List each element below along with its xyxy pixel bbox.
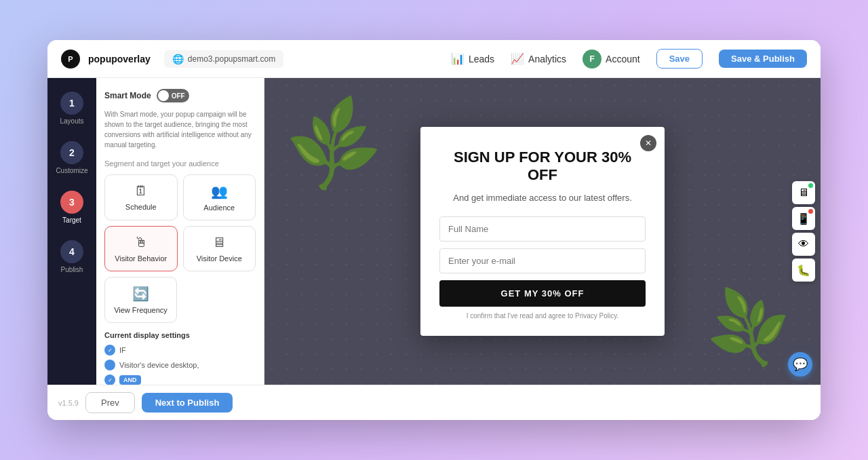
targeting-grid: 🗓 Schedule 👥 Audience 🖱 Visitor Behavior… <box>104 174 256 271</box>
bug-btn[interactable]: 🐛 <box>792 258 815 282</box>
current-settings-label: Current display settings <box>104 331 256 339</box>
toggle-state-text: OFF <box>172 92 185 100</box>
app-logo: P <box>61 50 80 69</box>
and-badge-text: AND <box>119 375 141 385</box>
right-toolbar: 🖥 📱 👁 🐛 <box>792 181 815 282</box>
device-text: Visitor's device desktop, <box>119 361 199 369</box>
smart-mode-row: Smart Mode OFF <box>104 89 256 102</box>
next-button[interactable]: Next to Publish <box>142 393 233 413</box>
nav-analytics[interactable]: 📈 Analytics <box>511 52 566 65</box>
schedule-card[interactable]: 🗓 Schedule <box>104 174 178 221</box>
desktop-active-dot <box>808 183 813 188</box>
chat-fab[interactable]: 💬 <box>788 352 812 377</box>
header: P popupoverlay 🌐 demo3.popupsmart.com 📊 … <box>47 40 821 78</box>
brand-name: popupoverlay <box>88 54 151 64</box>
popup-title: SIGN UP FOR YOUR 30% OFF <box>439 149 646 185</box>
top-nav: 📊 Leads 📈 Analytics F Account Save Save … <box>451 49 807 69</box>
popup-subtitle: And get immediate access to our latest o… <box>439 191 646 205</box>
visitor-device-label: Visitor Device <box>197 254 242 263</box>
view-frequency-icon: 🔄 <box>132 286 149 302</box>
popup-cta-button[interactable]: GET MY 30% OFF <box>439 280 646 307</box>
mobile-inactive-dot <box>808 209 813 214</box>
desktop-icon: 🖥 <box>798 187 809 199</box>
step-target[interactable]: 3 Target <box>60 191 83 224</box>
step-4-label: Publish <box>61 266 83 273</box>
smart-mode-label: Smart Mode <box>104 91 151 100</box>
step-3-circle: 3 <box>60 191 83 214</box>
condition-device-row: Visitor's device desktop, <box>104 360 256 370</box>
smart-mode-toggle[interactable]: OFF <box>157 89 189 102</box>
if-badge: ✓ <box>104 345 115 356</box>
view-frequency-label: View Frequency <box>114 306 167 314</box>
leads-icon: 📊 <box>451 52 465 65</box>
view-frequency-card[interactable]: 🔄 View Frequency <box>104 277 177 323</box>
step-3-label: Target <box>62 216 81 224</box>
chat-icon: 💬 <box>793 357 808 372</box>
visitor-device-icon: 🖥 <box>212 235 226 250</box>
preview-canvas: 🌿 🌿 ✕ SIGN UP FOR YOUR 30% OFF And get i… <box>264 78 821 385</box>
step-1-circle: 1 <box>60 92 83 115</box>
body: 1 Layouts 2 Customize 3 Target 4 Publish… <box>47 78 821 385</box>
analytics-icon: 📈 <box>511 52 524 65</box>
prev-button[interactable]: Prev <box>85 392 135 413</box>
mobile-view-btn[interactable]: 📱 <box>792 207 815 230</box>
popup-fullname-input[interactable] <box>439 216 646 242</box>
globe-icon: 🌐 <box>172 54 184 64</box>
popup-close-button[interactable]: ✕ <box>640 135 656 151</box>
device-dot <box>104 360 115 370</box>
audience-card[interactable]: 👥 Audience <box>183 174 256 221</box>
account-avatar: F <box>583 50 601 69</box>
step-customize[interactable]: 2 Customize <box>56 141 87 174</box>
schedule-label: Schedule <box>125 203 157 211</box>
schedule-icon: 🗓 <box>134 183 148 199</box>
url-bar[interactable]: 🌐 demo3.popupsmart.com <box>164 50 283 68</box>
audience-icon: 👥 <box>211 183 228 199</box>
visitor-device-card[interactable]: 🖥 Visitor Device <box>183 226 256 271</box>
save-publish-button[interactable]: Save & Publish <box>719 50 807 68</box>
and-badge-icon: ✓ <box>104 375 115 385</box>
popup-modal: ✕ SIGN UP FOR YOUR 30% OFF And get immed… <box>420 127 665 336</box>
if-text: IF <box>119 346 126 354</box>
popup-privacy-text: I confirm that I've read and agree to Pr… <box>439 312 646 320</box>
save-button[interactable]: Save <box>656 49 703 69</box>
step-publish[interactable]: 4 Publish <box>60 240 83 273</box>
version-label: v1.5.9 <box>58 399 79 407</box>
condition-if-row: ✓ IF <box>104 345 256 356</box>
step-layouts[interactable]: 1 Layouts <box>60 92 83 125</box>
visitor-behavior-icon: 🖱 <box>134 235 148 250</box>
eye-icon: 👁 <box>798 238 809 250</box>
url-text: demo3.popupsmart.com <box>188 54 275 64</box>
audience-label: Audience <box>203 204 235 212</box>
step-2-circle: 2 <box>60 141 83 164</box>
visitor-behavior-label: Visitor Behavior <box>115 254 167 263</box>
smart-description: With Smart mode, your popup campaign wil… <box>104 109 256 150</box>
step-2-label: Customize <box>56 167 87 174</box>
bug-icon: 🐛 <box>797 264 810 277</box>
mobile-icon: 📱 <box>797 212 810 225</box>
segment-label: Segment and target your audience <box>104 159 256 168</box>
bottom-bar: v1.5.9 Prev Next to Publish <box>47 385 821 420</box>
settings-panel: Smart Mode OFF With Smart mode, your pop… <box>96 78 264 385</box>
steps-sidebar: 1 Layouts 2 Customize 3 Target 4 Publish <box>47 78 96 385</box>
desktop-view-btn[interactable]: 🖥 <box>792 181 815 204</box>
condition-and-row: ✓ AND <box>104 375 256 385</box>
eye-btn[interactable]: 👁 <box>792 233 815 256</box>
toggle-knob <box>158 90 169 101</box>
popup-email-input[interactable] <box>439 248 646 273</box>
visitor-behavior-card[interactable]: 🖱 Visitor Behavior <box>104 226 178 271</box>
step-4-circle: 4 <box>60 240 83 263</box>
nav-account[interactable]: F Account <box>583 50 640 69</box>
nav-leads[interactable]: 📊 Leads <box>451 52 494 65</box>
step-1-label: Layouts <box>60 117 83 125</box>
